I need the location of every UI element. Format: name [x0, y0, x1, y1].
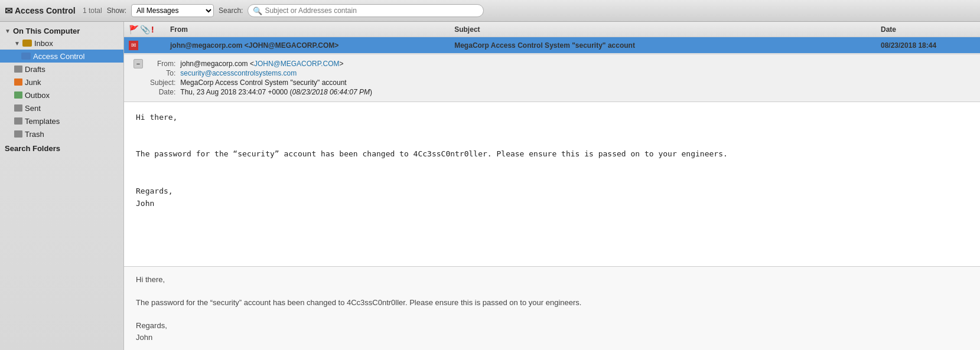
folder-icon: [22, 40, 32, 47]
from-link[interactable]: JOHN@MEGACORP.COM: [254, 60, 340, 68]
message-list: 🚩 📎 ! From Subject Date ✉ john@megacorp.…: [124, 22, 980, 54]
folder-icon: [21, 53, 31, 60]
message-list-header: 🚩 📎 ! From Subject Date: [124, 22, 980, 37]
preview-line1: Hi there,: [136, 274, 968, 286]
drafts-icon: [14, 66, 22, 73]
sidebar-search-folders[interactable]: Search Folders: [0, 140, 123, 156]
attach-header-icon: 📎: [140, 25, 150, 34]
message-icons: ✉: [129, 41, 170, 50]
sidebar-item-trash[interactable]: Trash: [0, 127, 123, 140]
search-label: Search:: [219, 6, 243, 15]
trash-icon: [14, 130, 22, 138]
sidebar-item-label: Outbox: [25, 91, 50, 100]
message-count: 1 total: [83, 6, 102, 15]
sidebar-item-label: Templates: [25, 117, 60, 126]
priority-header-icon: !: [151, 25, 154, 34]
subject-value: MegaCorp Access Control System "security…: [178, 78, 375, 87]
email-header-table: From: john@megacorp.com <JOHN@MEGACORP.C…: [148, 59, 375, 97]
message-date: 08/23/2018 18:44: [881, 41, 975, 50]
collapse-button[interactable]: −: [134, 59, 143, 68]
sidebar-item-templates[interactable]: Templates: [0, 115, 123, 127]
main-layout: ▼ On This Computer ▼ Inbox Access Contro…: [0, 22, 980, 350]
body-line1: Hi there,: [136, 112, 968, 124]
message-row[interactable]: ✉ john@megacorp.com <JOHN@MEGACORP.COM> …: [124, 37, 980, 54]
sidebar: ▼ On This Computer ▼ Inbox Access Contro…: [0, 22, 124, 350]
app-title: ✉ Access Control: [5, 5, 76, 17]
sidebar-group-on-this-computer: ▼ On This Computer: [0, 24, 123, 37]
status-icon: ✉: [129, 41, 138, 50]
date-label: Date:: [148, 87, 178, 97]
from-value: john@megacorp.com <JOHN@MEGACORP.COM>: [178, 59, 375, 68]
message-from: john@megacorp.com <JOHN@MEGACORP.COM>: [170, 41, 454, 50]
right-panel: 🚩 📎 ! From Subject Date ✉ john@megacorp.…: [124, 22, 980, 350]
show-select[interactable]: All Messages Unread Messages Flagged Mes…: [131, 4, 214, 17]
preview-line4: John: [136, 332, 968, 344]
sidebar-item-label: Trash: [25, 130, 44, 139]
plain-text-preview: Hi there, The password for the “security…: [124, 267, 980, 350]
from-label: From:: [148, 59, 178, 68]
expand-icon: ▼: [14, 40, 20, 47]
sent-icon: [14, 104, 22, 112]
email-area: − From: john@megacorp.com <JOHN@MEGACORP…: [124, 54, 980, 350]
toolbar: ✉ Access Control 1 total Show: All Messa…: [0, 0, 980, 22]
to-value: security@accesscontrolsystems.com: [178, 68, 375, 78]
sidebar-item-inbox[interactable]: ▼ Inbox: [0, 37, 123, 50]
search-input[interactable]: [265, 6, 478, 15]
show-label: Show:: [107, 6, 126, 15]
email-body: Hi there, The password for the “security…: [124, 102, 980, 267]
to-label: To:: [148, 68, 178, 78]
sidebar-item-label: Access Control: [33, 52, 84, 61]
col-subject-header: Subject: [454, 25, 881, 34]
col-icons-header: 🚩 📎 !: [129, 25, 170, 34]
expand-icon: ▼: [5, 28, 11, 34]
sidebar-item-junk[interactable]: Junk: [0, 76, 123, 89]
body-line8: John: [136, 198, 968, 210]
subject-label: Subject:: [148, 78, 178, 87]
col-date-header: Date: [881, 25, 975, 34]
preview-line3: Regards,: [136, 320, 968, 332]
body-line4: The password for the “security” account …: [136, 148, 968, 161]
sidebar-item-drafts[interactable]: Drafts: [0, 63, 123, 76]
sidebar-item-label: Drafts: [25, 65, 45, 74]
to-link[interactable]: security@accesscontrolsystems.com: [180, 69, 297, 77]
sidebar-item-access-control[interactable]: Access Control: [0, 50, 123, 63]
preview-line2: The password for the “security” account …: [136, 297, 968, 309]
search-icon: 🔍: [253, 6, 262, 15]
sidebar-item-sent[interactable]: Sent: [0, 102, 123, 115]
date-text: Thu, 23 Aug 2018 23:44:07 +0000 (08/23/2…: [180, 88, 372, 96]
junk-icon: [14, 78, 22, 86]
sidebar-item-label: Sent: [25, 104, 41, 113]
body-line7: Regards,: [136, 185, 968, 198]
sidebar-section-label: On This Computer: [13, 27, 80, 35]
sidebar-item-outbox[interactable]: Outbox: [0, 89, 123, 102]
date-value: Thu, 23 Aug 2018 23:44:07 +0000 (08/23/2…: [178, 87, 375, 97]
message-subject: MegaCorp Access Control System "security…: [454, 41, 881, 50]
col-from-header: From: [170, 25, 454, 34]
sidebar-item-label: Inbox: [34, 39, 53, 48]
flag-header-icon: 🚩: [129, 25, 139, 34]
search-box: 🔍: [248, 4, 484, 17]
outbox-icon: [14, 91, 22, 99]
sidebar-item-label: Junk: [25, 78, 41, 87]
templates-icon: [14, 117, 22, 125]
email-header: − From: john@megacorp.com <JOHN@MEGACORP…: [124, 54, 980, 102]
